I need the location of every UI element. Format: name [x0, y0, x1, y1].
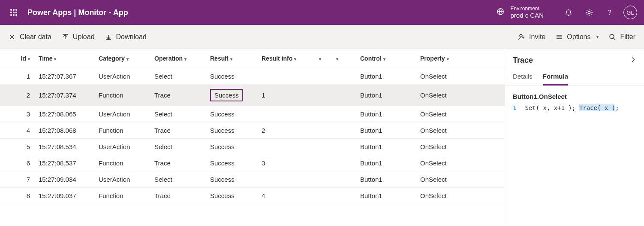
table-row[interactable]: 415:27:08.068FunctionTraceSuccess2Button… [0, 122, 505, 139]
formula-code: 1 Set( x, x+1 ); Trace( x ); [513, 104, 636, 111]
cell-category: Function [94, 122, 150, 139]
cell-extra-1 [313, 188, 330, 204]
selected-cell: Success [210, 89, 243, 101]
cell-extra-2 [330, 68, 356, 85]
panel-title: Trace [513, 56, 533, 65]
cell-id: 6 [0, 155, 34, 171]
filter-label: Filter [620, 33, 635, 41]
settings-icon[interactable] [579, 0, 599, 25]
cell-property: OnSelect [416, 171, 505, 188]
cell-id: 8 [0, 188, 34, 204]
col-property[interactable]: Property▾ [416, 49, 505, 68]
chevron-down-icon: ▾ [294, 57, 296, 61]
col-category[interactable]: Category▾ [94, 49, 150, 68]
cell-control: Button1 [356, 106, 416, 122]
upload-label: Upload [73, 33, 95, 41]
code-highlight: Trace( x ) [579, 104, 615, 111]
cell-operation: Trace [150, 122, 206, 139]
clear-data-button[interactable]: Clear data [9, 33, 51, 41]
cell-time: 15:27:08.068 [34, 122, 94, 139]
chevron-down-icon: ▾ [319, 57, 321, 61]
help-icon[interactable] [599, 0, 620, 25]
chevron-down-icon: ▾ [230, 57, 232, 61]
chevron-right-icon[interactable] [630, 57, 636, 64]
cell-control: Button1 [356, 139, 416, 155]
download-label: Download [116, 33, 147, 41]
cell-operation: Trace [150, 155, 206, 171]
cell-extra-1 [313, 139, 330, 155]
code-prefix: Set( x, x+1 ); [525, 104, 579, 111]
cell-operation: Trace [150, 188, 206, 204]
cell-extra-2 [330, 139, 356, 155]
options-button[interactable]: Options ▾ [556, 33, 599, 41]
cell-operation: Select [150, 171, 206, 188]
chevron-down-icon: ▾ [596, 34, 599, 39]
download-button[interactable]: Download [105, 33, 147, 41]
cell-result-info [257, 139, 313, 155]
cell-extra-1 [313, 122, 330, 139]
table-row[interactable]: 615:27:08.537FunctionTraceSuccess3Button… [0, 155, 505, 171]
environment-picker[interactable]: Environment prod c CAN [497, 6, 545, 19]
cell-extra-1 [313, 106, 330, 122]
chevron-down-icon: ▾ [383, 57, 385, 61]
cell-result: Success [206, 106, 257, 122]
table-row[interactable]: 115:27:07.367UserActionSelectSuccessButt… [0, 68, 505, 85]
svg-point-0 [11, 9, 12, 11]
svg-point-3 [11, 12, 12, 13]
col-result[interactable]: Result▾ [206, 49, 257, 68]
invite-button[interactable]: Invite [518, 33, 545, 41]
cell-category: Function [94, 188, 150, 204]
cell-category: Function [94, 155, 150, 171]
col-extra-1[interactable]: ▾ [313, 49, 330, 68]
filter-button[interactable]: Filter [609, 33, 635, 41]
col-time[interactable]: Time▾ [34, 49, 94, 68]
svg-point-1 [13, 9, 15, 11]
cell-result-info [257, 106, 313, 122]
waffle-icon[interactable] [3, 9, 24, 16]
svg-point-7 [13, 15, 15, 16]
user-avatar[interactable]: GL [623, 6, 637, 19]
svg-point-11 [609, 14, 610, 15]
cell-time: 15:27:08.537 [34, 155, 94, 171]
col-extra-2[interactable]: ▾ [330, 49, 356, 68]
tab-formula[interactable]: Formula [543, 69, 568, 86]
cell-extra-2 [330, 171, 356, 188]
cell-result: Success [206, 85, 257, 106]
table-row[interactable]: 715:27:09.034UserActionSelectSuccessButt… [0, 171, 505, 188]
table-row[interactable]: 215:27:07.374FunctionTraceSuccess1Button… [0, 85, 505, 106]
col-result-info[interactable]: Result info▾ [257, 49, 313, 68]
table-row[interactable]: 515:27:08.534UserActionSelectSuccessButt… [0, 139, 505, 155]
col-id[interactable]: Id▾ [0, 49, 34, 68]
svg-point-13 [610, 34, 614, 39]
cell-extra-2 [330, 106, 356, 122]
col-control[interactable]: Control▾ [356, 49, 416, 68]
cell-extra-1 [313, 68, 330, 85]
table-row[interactable]: 315:27:08.065UserActionSelectSuccessButt… [0, 106, 505, 122]
cell-extra-2 [330, 188, 356, 204]
cell-property: OnSelect [416, 106, 505, 122]
cell-property: OnSelect [416, 122, 505, 139]
upload-button[interactable]: Upload [62, 33, 95, 41]
chevron-down-icon: ▾ [126, 57, 129, 61]
cell-property: OnSelect [416, 68, 505, 85]
cell-control: Button1 [356, 188, 416, 204]
formula-label: Button1.OnSelect [513, 93, 636, 100]
cell-extra-1 [313, 155, 330, 171]
col-operation[interactable]: Operation▾ [150, 49, 206, 68]
invite-label: Invite [529, 33, 545, 41]
cell-extra-2 [330, 85, 356, 106]
cell-id: 4 [0, 122, 34, 139]
notifications-icon[interactable] [558, 0, 579, 25]
tab-details[interactable]: Details [513, 69, 533, 86]
cell-operation: Select [150, 106, 206, 122]
table-row[interactable]: 815:27:09.037FunctionTraceSuccess4Button… [0, 188, 505, 204]
svg-point-2 [16, 9, 17, 11]
cell-control: Button1 [356, 85, 416, 106]
chevron-down-icon: ▾ [447, 57, 449, 61]
cell-id: 3 [0, 106, 34, 122]
cell-result: Success [206, 68, 257, 85]
svg-point-12 [520, 34, 522, 37]
svg-point-8 [16, 15, 17, 16]
code-line-number: 1 [513, 104, 516, 111]
cell-control: Button1 [356, 171, 416, 188]
